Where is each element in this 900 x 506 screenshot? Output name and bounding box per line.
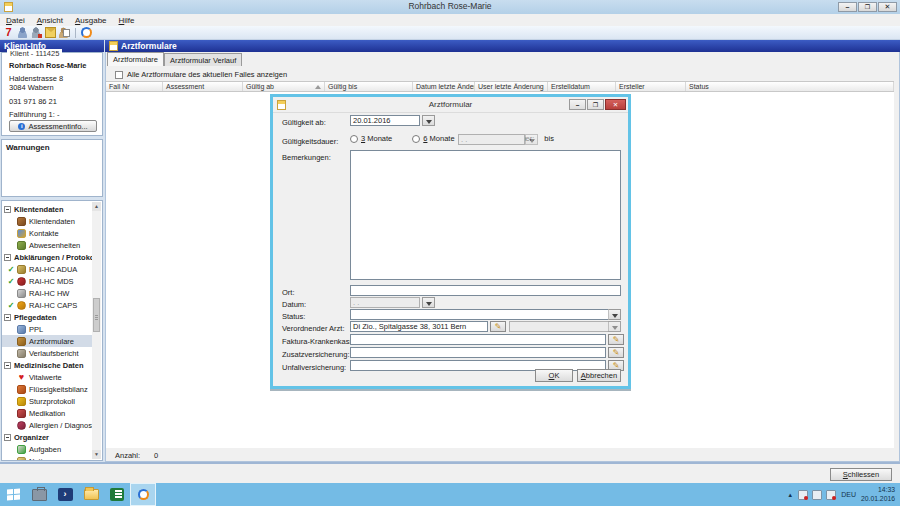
radio-duration-1[interactable]: 6 Monate	[412, 134, 454, 143]
tree-item-arztformulare[interactable]: Arztformulare	[2, 335, 92, 347]
gueltigkeit-ab-dropdown-icon[interactable]	[422, 115, 435, 126]
scroll-down-icon[interactable]: ▼	[92, 450, 101, 459]
dialog-minimize-button[interactable]	[569, 99, 586, 110]
tree-group-medizinische-daten[interactable]: Medizinische Daten	[2, 359, 92, 371]
collapse-icon[interactable]	[4, 206, 11, 213]
tree-item-sturzprotokoll[interactable]: Sturzprotokoll	[2, 395, 92, 407]
dialog-close-button[interactable]	[605, 99, 626, 110]
tree-item-notizen[interactable]: Notizen	[2, 455, 92, 461]
tab-arztformular-verlauf[interactable]: Arztformular Verlauf	[164, 53, 242, 66]
care-app-icon[interactable]	[130, 483, 156, 506]
tray-app-icon[interactable]	[798, 490, 808, 500]
radio-icon[interactable]	[412, 135, 420, 143]
minimize-button[interactable]	[838, 2, 857, 12]
status-dropdown-icon[interactable]	[608, 309, 621, 320]
collapse-icon[interactable]	[4, 362, 11, 369]
verordnender-arzt-field[interactable]: Di Zio., Spitalgasse 38, 3011 Bern	[350, 321, 488, 332]
scrollbar-thumb[interactable]	[93, 298, 100, 332]
status-combobox[interactable]	[350, 309, 621, 320]
column-header-assessment[interactable]: Assessment	[163, 82, 243, 91]
menu-item-datei[interactable]: Datei	[0, 16, 31, 25]
file-explorer-icon[interactable]	[78, 483, 104, 506]
tree-group-organizer[interactable]: Organizer	[2, 431, 92, 443]
tree-item-rai-hc-mds[interactable]: RAI-HC MDS	[2, 275, 92, 287]
arzt-secondary-combobox	[509, 321, 621, 332]
assessmentinfo-button[interactable]: Assessmentinfo...	[9, 120, 97, 132]
zusatz-field[interactable]	[350, 347, 606, 358]
user-note-icon[interactable]	[59, 27, 70, 38]
menu-item-hilfe[interactable]: Hilfe	[113, 16, 141, 25]
tree-item-vitalwerte[interactable]: ♥Vitalwerte	[2, 371, 92, 383]
tree-item-allergien-diagnosen-[interactable]: Allergien / Diagnosen...	[2, 419, 92, 431]
tree-item-abwesenheiten[interactable]: Abwesenheiten	[2, 239, 92, 251]
restore-button[interactable]	[858, 2, 877, 12]
tree-item-verlaufsbericht[interactable]: Verlaufsbericht	[2, 347, 92, 359]
tray-volume-icon[interactable]	[826, 490, 836, 500]
schliessen-button[interactable]: Schliessen	[830, 468, 892, 481]
ort-field[interactable]	[350, 285, 621, 296]
tree-group-abkl-rungen-protokolle[interactable]: Abklärungen / Protokolle	[2, 251, 92, 263]
datum-dropdown-icon[interactable]	[422, 297, 435, 308]
column-header-user-letzte-nderung[interactable]: User letzte Änderung	[475, 82, 548, 91]
gueltigkeit-ab-field[interactable]: 20.01.2016	[350, 115, 420, 126]
radio-duration-0[interactable]: 3 Monate	[350, 134, 392, 143]
client-remove-icon[interactable]	[31, 27, 42, 38]
tree-group-klientendaten[interactable]: Klientendaten	[2, 203, 92, 215]
zusatz-edit-pencil-icon[interactable]	[608, 347, 624, 358]
tree-item-aufgaben[interactable]: Aufgaben	[2, 443, 92, 455]
filter-checkbox[interactable]	[115, 71, 123, 79]
server-manager-icon[interactable]	[26, 483, 52, 506]
client-icon[interactable]	[17, 27, 28, 38]
sync-icon[interactable]	[81, 27, 92, 38]
seven-icon[interactable]: 7	[3, 27, 14, 38]
menu-item-ausgabe[interactable]: Ausgabe	[69, 16, 113, 25]
start-button[interactable]	[0, 483, 26, 506]
ort-label: Ort:	[282, 288, 295, 297]
scroll-up-icon[interactable]: ▲	[92, 202, 101, 211]
tray-network-icon[interactable]	[812, 490, 822, 500]
column-header-status[interactable]: Status	[686, 82, 894, 91]
tray-expand-caret[interactable]	[787, 492, 793, 498]
tree-group-pflegedaten[interactable]: Pflegedaten	[2, 311, 92, 323]
clock[interactable]: 14:33 20.01.2016	[861, 486, 895, 504]
ok-button[interactable]: OK	[535, 369, 573, 382]
tree-item-rai-hc-caps[interactable]: RAI-HC CAPS	[2, 299, 92, 311]
tree-item-rai-hc-hw[interactable]: RAI-HC HW	[2, 287, 92, 299]
window-title: Rohrbach Rose-Marie	[0, 1, 900, 11]
tab-arztformulare[interactable]: Arztformulare	[107, 52, 164, 66]
faktura-field[interactable]	[350, 334, 606, 345]
column-header-fall-nr[interactable]: Fall Nr	[106, 82, 163, 91]
client-street: Haldenstrasse 8	[9, 74, 102, 83]
column-header-g-ltig-bis[interactable]: Gültig bis	[325, 82, 413, 91]
abbrechen-button[interactable]: Abbrechen	[577, 369, 621, 382]
tree-item-klientendaten[interactable]: Klientendaten	[2, 215, 92, 227]
radio-icon[interactable]	[350, 135, 358, 143]
bemerkungen-textarea[interactable]	[350, 150, 621, 280]
dialog-restore-button[interactable]	[587, 99, 604, 110]
arzt-edit-pencil-icon[interactable]	[490, 321, 506, 332]
faktura-edit-pencil-icon[interactable]	[608, 334, 624, 345]
tree-item-kontakte[interactable]: Kontakte	[2, 227, 92, 239]
column-header-erstelldatum[interactable]: Erstelldatum	[548, 82, 616, 91]
menu-item-ansicht[interactable]: Ansicht	[31, 16, 69, 25]
collapse-icon[interactable]	[4, 314, 11, 321]
tree-item-label: Klientendaten	[29, 217, 75, 226]
close-button[interactable]	[878, 2, 897, 12]
spreadsheet-icon[interactable]	[104, 483, 130, 506]
toolbar-separator	[75, 28, 76, 38]
tree-item-rai-hc-adua[interactable]: RAI-HC ADUA	[2, 263, 92, 275]
tree-scrollbar[interactable]: ▲ ▼	[92, 202, 101, 459]
tree-item-ppl[interactable]: PPL	[2, 323, 92, 335]
tree-item-fl-ssigkeitsbilanz[interactable]: Flüssigkeitsbilanz	[2, 383, 92, 395]
language-indicator[interactable]: DEU	[841, 491, 856, 498]
column-header-ersteller[interactable]: Ersteller	[616, 82, 686, 91]
info-icon	[18, 123, 25, 130]
powershell-icon[interactable]	[52, 483, 78, 506]
mail-icon[interactable]	[45, 27, 56, 38]
collapse-icon[interactable]	[4, 434, 11, 441]
collapse-icon[interactable]	[4, 254, 11, 261]
taskbar: DEU 14:33 20.01.2016	[0, 483, 900, 506]
column-header-datum-letzte-nderung[interactable]: Datum letzte Änderung	[413, 82, 475, 91]
column-header-g-ltig-ab[interactable]: Gültig ab	[243, 82, 325, 91]
tree-item-medikation[interactable]: Medikation	[2, 407, 92, 419]
